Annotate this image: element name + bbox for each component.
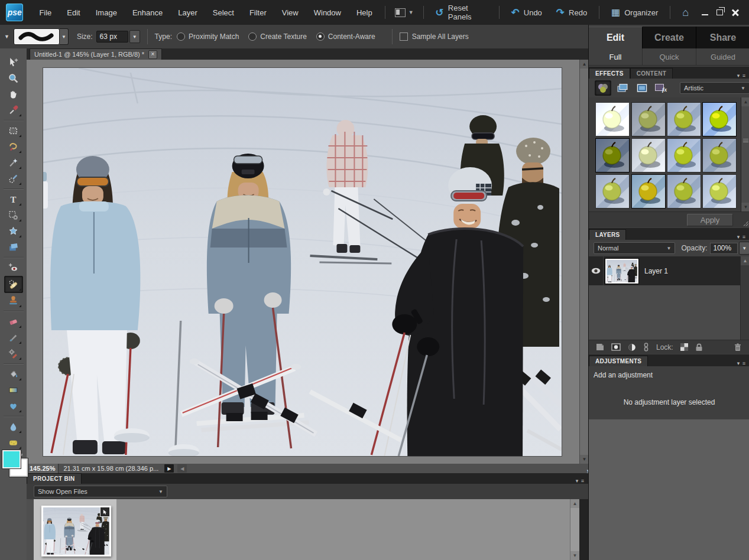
sample-all-layers-checkbox[interactable]: Sample All Layers <box>400 32 469 41</box>
menu-help[interactable]: Help <box>349 8 380 17</box>
effect-thumbnail-8[interactable] <box>703 139 736 172</box>
adjustments-panel-menu-icon[interactable]: ▾ ≡ <box>737 360 749 366</box>
effect-thumbnail-7[interactable] <box>667 139 701 172</box>
type-proximity-match-radio[interactable]: Proximity Match <box>177 32 239 41</box>
effect-thumbnail-10[interactable] <box>632 175 665 208</box>
project-bin-menu-icon[interactable]: ▾ ≡ <box>576 478 588 484</box>
effect-thumbnail-5[interactable] <box>596 139 629 172</box>
tab-share[interactable]: Share <box>696 27 749 48</box>
cookie-cutter-tool[interactable] <box>5 223 22 239</box>
layer-name[interactable]: Layer 1 <box>644 267 668 275</box>
lock-transparency-icon[interactable] <box>680 343 688 351</box>
delete-layer-icon[interactable] <box>734 343 741 351</box>
mode-quick[interactable]: Quick <box>643 48 696 65</box>
menu-edit[interactable]: Edit <box>59 8 87 17</box>
foreground-color-swatch[interactable] <box>2 450 21 468</box>
menu-view[interactable]: View <box>274 8 306 17</box>
arrange-layout-button[interactable]: ▼ <box>390 8 419 17</box>
tab-effects[interactable]: EFFECTS <box>589 68 630 79</box>
lock-all-icon[interactable] <box>695 343 703 351</box>
effect-thumbnail-6[interactable] <box>632 139 665 172</box>
bin-document-thumbnail[interactable] <box>41 506 111 556</box>
effect-thumbnail-1[interactable] <box>596 103 629 136</box>
layer-styles-category-button[interactable] <box>615 81 631 95</box>
magic-wand-tool[interactable] <box>5 155 22 171</box>
paint-bucket-tool[interactable] <box>5 366 22 382</box>
apply-button[interactable]: Apply <box>687 214 733 226</box>
redo-button[interactable]: ↷ Redo <box>549 8 594 18</box>
scroll-up-icon[interactable]: ▲ <box>580 60 589 69</box>
custom-shape-tool[interactable] <box>5 398 22 414</box>
ski-photo-image[interactable] <box>43 68 562 456</box>
scroll-up-icon[interactable]: ▲ <box>570 499 579 508</box>
spot-healing-brush-tool[interactable] <box>4 276 23 293</box>
recompose-tool[interactable] <box>5 207 22 223</box>
panel-resize-grip[interactable] <box>743 221 748 226</box>
zoom-tool[interactable] <box>5 70 22 86</box>
effects-panel-menu-icon[interactable]: ▾ ≡ <box>737 73 749 79</box>
type-tool[interactable]: T <box>5 191 22 207</box>
bin-scrollbar[interactable]: ▲ ▼ <box>570 499 579 560</box>
brush-picker-dropdown-arrow[interactable]: ▼ <box>60 28 69 45</box>
mode-full[interactable]: Full <box>589 48 643 65</box>
layer-visibility-toggle[interactable] <box>589 256 604 285</box>
size-dropdown-arrow[interactable]: ▼ <box>129 30 140 43</box>
tab-content[interactable]: CONTENT <box>630 68 673 79</box>
menu-file[interactable]: File <box>31 8 59 17</box>
status-info-arrow-icon[interactable]: ▶ <box>164 464 174 473</box>
layer-row[interactable]: Layer 1 <box>589 256 741 285</box>
layer-thumbnail[interactable] <box>605 259 638 284</box>
effects-scrollbar[interactable]: ▲ ▼ <box>741 97 749 211</box>
effects-category-dropdown[interactable]: Artistic ▼ <box>680 82 749 94</box>
project-bin-tab[interactable]: PROJECT BIN <box>27 473 82 484</box>
smart-brush-tool[interactable] <box>5 346 22 362</box>
effect-thumbnail-4[interactable] <box>703 103 736 136</box>
scrollbar-thumb[interactable] <box>741 106 749 203</box>
blend-mode-dropdown[interactable]: Normal ▼ <box>594 242 675 254</box>
home-button[interactable]: ⌂ <box>675 7 696 18</box>
layers-panel-menu-icon[interactable]: ▾ ≡ <box>737 234 749 240</box>
canvas-area[interactable] <box>27 60 579 464</box>
size-input[interactable]: 63 px <box>96 31 128 43</box>
effect-thumbnail-3[interactable] <box>667 103 701 136</box>
minimize-button[interactable] <box>702 14 708 15</box>
eyedropper-tool[interactable] <box>5 102 22 118</box>
move-tool[interactable] <box>5 54 22 70</box>
effect-thumbnail-9[interactable] <box>596 175 629 208</box>
organizer-button[interactable]: ▦ Organizer <box>604 8 665 17</box>
zoom-level-field[interactable]: 145.25% <box>27 464 59 473</box>
document-close-icon[interactable]: × <box>148 50 157 59</box>
scroll-down-icon[interactable]: ▼ <box>741 203 749 211</box>
rectangular-marquee-tool[interactable] <box>5 123 22 139</box>
opacity-dropdown-arrow[interactable]: ▼ <box>739 242 749 255</box>
tab-create[interactable]: Create <box>643 27 696 48</box>
document-tab[interactable]: Untitled-1 @ 145% (Layer 1, RGB/8) * × <box>30 48 162 60</box>
menu-layer[interactable]: Layer <box>170 8 205 17</box>
selection-brush-tool[interactable] <box>5 171 22 187</box>
scroll-down-icon[interactable]: ▼ <box>580 455 589 464</box>
mode-guided[interactable]: Guided <box>696 48 749 65</box>
menu-select[interactable]: Select <box>205 8 242 17</box>
menu-enhance[interactable]: Enhance <box>125 8 170 17</box>
red-eye-removal-tool[interactable] <box>5 260 22 276</box>
show-open-files-dropdown[interactable]: Show Open Files ▼ <box>34 486 167 497</box>
brush-preset-picker[interactable]: ▼ <box>14 28 69 45</box>
close-button[interactable] <box>731 8 740 17</box>
blur-tool[interactable] <box>5 419 22 435</box>
type-create-texture-radio[interactable]: Create Texture <box>248 32 307 41</box>
new-layer-icon[interactable] <box>596 343 604 351</box>
tab-edit[interactable]: Edit <box>589 27 643 48</box>
undo-button[interactable]: ↶ Undo <box>504 8 549 18</box>
effect-thumbnail-12[interactable] <box>703 175 736 208</box>
filters-category-button[interactable] <box>595 80 611 96</box>
adjustment-layer-icon[interactable] <box>628 343 636 351</box>
scroll-up-icon[interactable]: ▲ <box>741 256 749 265</box>
restore-button[interactable] <box>716 9 723 15</box>
canvas-vertical-scrollbar[interactable]: ▲ ▼ <box>579 60 589 464</box>
tab-layers[interactable]: LAYERS <box>589 229 626 240</box>
reset-panels-button[interactable]: ↺ Reset Panels <box>429 4 494 21</box>
scroll-up-icon[interactable]: ▲ <box>741 97 749 106</box>
status-back-arrow-icon[interactable]: ◀ <box>177 464 187 473</box>
menu-filter[interactable]: Filter <box>242 8 274 17</box>
opacity-input[interactable]: 100% <box>710 243 738 254</box>
